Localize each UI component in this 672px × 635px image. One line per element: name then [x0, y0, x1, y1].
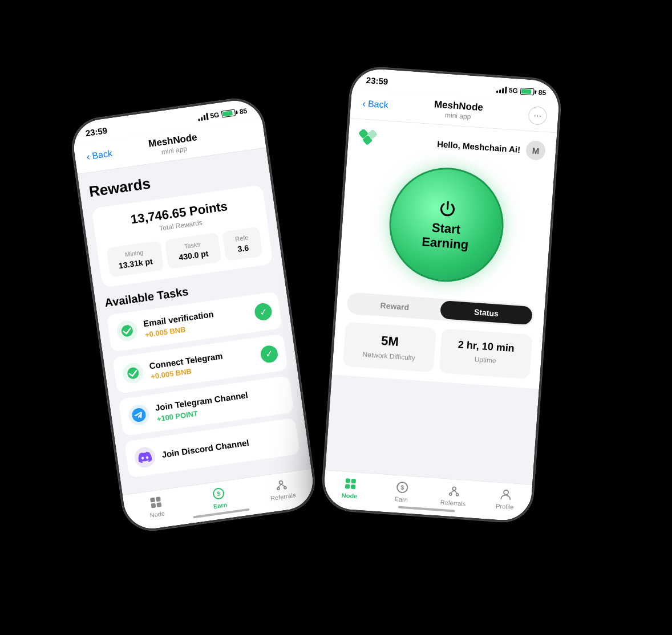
reward-tab[interactable]: Reward	[348, 294, 441, 319]
node-main-content: Hello, Meshchain Ai! M Start Earning	[332, 119, 557, 389]
svg-point-23	[449, 493, 451, 495]
task-join-discord-info: Join Discord Channel	[161, 431, 290, 460]
task-telegram-connect-icon	[122, 361, 145, 385]
nav-spacer-back	[234, 133, 253, 136]
tab-earn-label-front: Earn	[394, 495, 408, 503]
ref-label: Refe	[229, 233, 255, 243]
network-label-back: 5G	[209, 111, 220, 120]
phone-front: 23:59 5G 85 ‹ Back	[321, 66, 562, 524]
back-label-back: Back	[91, 148, 113, 161]
referrals-icon-front	[447, 484, 462, 499]
svg-point-22	[452, 487, 456, 490]
svg-line-25	[450, 490, 454, 493]
stat-uptime: 2 hr, 10 min Uptime	[439, 328, 532, 379]
task-email-icon	[116, 319, 139, 343]
svg-rect-2	[150, 498, 155, 503]
task-join-discord-name: Join Discord Channel	[161, 431, 290, 460]
battery-pct-front: 85	[538, 88, 546, 96]
phones-container: 23:59 5G 85 ‹ Back	[79, 38, 593, 597]
status-time-front: 23:59	[366, 75, 388, 87]
back-label-front: Back	[367, 99, 388, 110]
reward-status-tabs: Reward Status	[346, 292, 535, 327]
ref-value: 3.6	[230, 242, 257, 255]
tab-profile-label-front: Profile	[496, 503, 514, 511]
referrals-icon-back	[274, 477, 289, 492]
svg-rect-3	[156, 496, 161, 502]
signal-bars-front	[496, 86, 507, 93]
rewards-content: Rewards 13,746.65 Points Total Rewards M…	[78, 148, 311, 494]
status-tab[interactable]: Status	[440, 300, 533, 325]
logo-svg	[358, 129, 378, 148]
svg-rect-4	[151, 503, 156, 508]
task-join-discord-icon	[133, 445, 157, 469]
node-header: Hello, Meshchain Ai! M	[358, 128, 546, 161]
stat-uptime-label: Uptime	[449, 353, 522, 367]
battery-back	[221, 108, 237, 117]
profile-icon-front	[499, 487, 513, 502]
user-avatar: M	[525, 140, 546, 161]
tab-bar-front: Node $ Earn	[322, 470, 532, 522]
svg-rect-19	[350, 485, 355, 490]
earn-icon-back: $	[211, 486, 226, 501]
signal-bars-back	[197, 113, 208, 121]
back-chevron-back: ‹	[86, 150, 91, 163]
svg-point-24	[456, 494, 458, 496]
network-label-front: 5G	[508, 86, 518, 95]
status-time-back: 23:59	[85, 125, 108, 138]
svg-point-9	[277, 487, 280, 490]
tab-earn-front[interactable]: $ Earn	[375, 479, 428, 504]
tab-node-back[interactable]: Node	[123, 491, 189, 522]
nav-title-area-front: MeshNode mini app	[433, 99, 483, 121]
back-button-front[interactable]: ‹ Back	[362, 97, 388, 111]
tab-earn-label-back: Earn	[213, 501, 228, 510]
tab-node-label-front: Node	[341, 492, 357, 500]
points-tasks: Tasks 430.0 pt	[164, 233, 222, 270]
svg-rect-5	[156, 502, 161, 507]
task-email-info: Email verification +0.005 BNB	[143, 304, 249, 339]
more-options-button[interactable]: ···	[528, 106, 547, 125]
task-join-telegram-info: Join Telegram Channel +100 POINT	[155, 385, 285, 424]
tab-node-label-back: Node	[149, 510, 165, 519]
tab-referrals-label-back: Referrals	[270, 491, 296, 502]
earn-icon-front: $	[395, 480, 410, 495]
task-join-telegram-icon	[127, 404, 151, 427]
svg-point-1	[127, 367, 140, 380]
status-icons-front: 5G 85	[496, 85, 546, 96]
svg-line-12	[281, 484, 285, 487]
node-icon-front	[343, 477, 358, 491]
svg-line-26	[454, 490, 457, 493]
task-telegram-connect-info: Connect Telegram +0.005 BNB	[148, 346, 255, 381]
stat-uptime-value: 2 hr, 10 min	[450, 338, 523, 355]
svg-point-10	[284, 486, 287, 489]
svg-point-0	[120, 324, 133, 337]
status-icons-back: 5G 85	[197, 107, 248, 121]
start-earning-button[interactable]: Start Earning	[386, 164, 507, 286]
svg-line-11	[278, 484, 282, 487]
tab-referrals-back[interactable]: Referrals	[249, 474, 315, 504]
svg-rect-18	[345, 484, 350, 489]
tab-profile-front[interactable]: Profile	[479, 486, 532, 512]
earn-btn-text2: Earning	[421, 234, 469, 253]
battery-front	[520, 87, 537, 95]
task-email-check: ✓	[254, 302, 273, 321]
back-button-back[interactable]: ‹ Back	[86, 148, 113, 163]
stat-network-label: Network Difficulty	[353, 349, 426, 363]
earn-btn-text1: Start	[431, 220, 461, 237]
stat-network-difficulty: 5M Network Difficulty	[343, 321, 436, 372]
start-earning-container: Start Earning	[349, 161, 544, 288]
battery-pct-back: 85	[239, 107, 248, 116]
svg-rect-17	[351, 479, 356, 484]
user-greeting-area: Hello, Meshchain Ai! M	[436, 134, 546, 161]
tab-referrals-front[interactable]: Referrals	[427, 482, 480, 508]
back-chevron-front: ‹	[362, 97, 366, 109]
tab-node-front[interactable]: Node	[323, 475, 377, 501]
nav-title-area-back: MeshNode mini app	[148, 132, 199, 158]
node-icon-back	[148, 495, 163, 510]
svg-point-8	[279, 481, 283, 485]
phone-back-screen: 23:59 5G 85 ‹ Back	[70, 97, 317, 532]
power-icon	[435, 198, 460, 222]
tab-referrals-label-front: Referrals	[440, 499, 465, 507]
points-mining: Mining 13.31k pt	[106, 241, 164, 278]
svg-text:$: $	[400, 484, 404, 491]
task-telegram-connect-check: ✓	[260, 344, 279, 364]
